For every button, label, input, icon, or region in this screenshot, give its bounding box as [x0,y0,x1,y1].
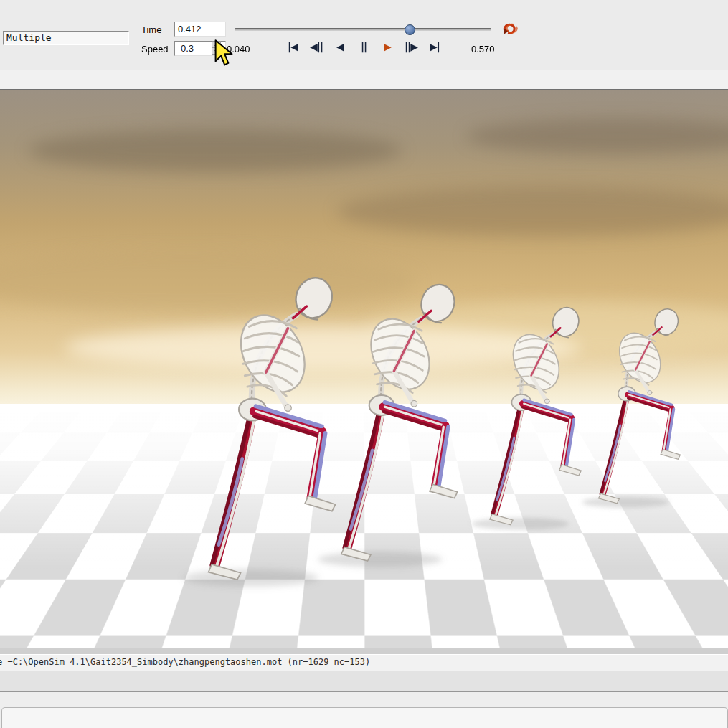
spin-down-icon [214,50,219,53]
speed-spin-down-button[interactable] [212,47,221,55]
step-back-button[interactable]: ◀|| [308,39,325,54]
loop-icon [501,22,521,36]
skip-to-start-button[interactable]: |◀ [284,39,301,54]
skeleton-model-2 [318,280,459,567]
speed-spinner [212,41,221,55]
playback-toolbar: Multiple Time 0.412 Speed 0.3 0.040 |◀ ◀… [0,0,728,70]
step-forward-button[interactable]: ||▶ [402,39,420,54]
skeleton-model-3 [471,304,582,530]
spin-up-icon [214,43,219,46]
time-label: Time [141,24,161,35]
play-reverse-button[interactable]: ◀ [331,39,349,54]
bottom-panel-edge [1,707,728,728]
playback-controls: |◀ ◀|| ◀ || ▶ ||▶ ▶| [284,39,443,54]
model-selector-field[interactable]: Multiple [3,31,129,45]
time-input[interactable]: 0.412 [174,22,226,37]
loop-toggle-button[interactable] [501,22,521,36]
speed-spin-up-button[interactable] [212,41,221,47]
speed-label: Speed [141,44,169,55]
viewport-3d[interactable] [0,90,728,648]
time-slider[interactable] [235,28,491,31]
pause-button[interactable]: || [355,39,372,54]
time-slider-handle[interactable] [405,24,415,35]
skeleton-model-1 [183,273,337,587]
lower-panel-band [0,671,728,692]
status-text: e =C:\OpenSim 4.1\Gait2354_Simbody\zhang… [0,657,370,667]
skip-to-end-button[interactable]: ▶| [426,39,443,54]
status-bar: e =C:\OpenSim 4.1\Gait2354_Simbody\zhang… [0,655,728,671]
frame-increment-value: 0.040 [227,44,250,55]
end-time-value: 0.570 [471,44,495,55]
viewport-bottom-splitter[interactable] [0,648,728,655]
toolbar-viewport-divider [0,70,728,90]
viewport-3d-scene [0,90,728,648]
play-button[interactable]: ▶ [379,39,396,54]
skeleton-model-4 [582,306,681,507]
